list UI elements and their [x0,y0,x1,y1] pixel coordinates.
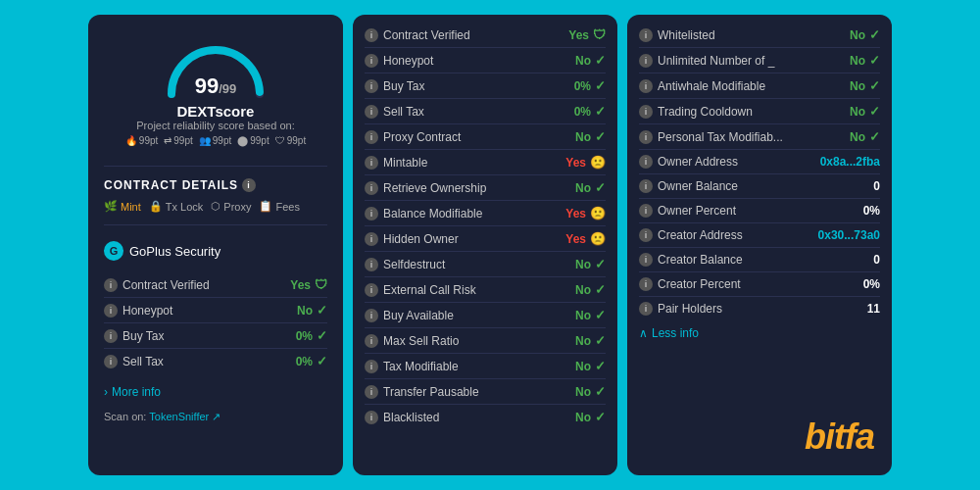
info-icon-0[interactable]: i [104,278,118,292]
info-icon-mid-3[interactable]: i [365,105,378,119]
mid-value-2: 0% ✓ [574,78,606,93]
middle-row-3: i Sell Tax 0% ✓ [365,99,606,124]
mid-label-13: i Tax Modifiable [365,360,459,373]
left-row-0: i Contract Verified Yes 🛡 [104,272,327,298]
mid-label-14: i Transfer Pausable [365,385,479,399]
right-value-1: No ✓ [850,53,880,68]
left-card: 99/99 DEXTscore Project reliability scor… [88,15,343,475]
mid-label-8: i Hidden Owner [365,232,459,246]
right-row-6: i Owner Balance 0 [639,174,880,199]
mid-value-13: No ✓ [575,359,606,373]
right-value-4: No ✓ [850,129,880,144]
scan-label: Scan on: [104,411,146,422]
info-icon-mid-8[interactable]: i [365,232,378,246]
tab-txlock[interactable]: 🔒 Tx Lock [149,200,204,213]
mid-val-text-9: No [575,258,591,271]
right-val-text-6: 0 [873,179,880,193]
info-icon-mid-10[interactable]: i [365,283,378,297]
info-icon-mid-5[interactable]: i [365,156,378,170]
right-label-8: i Creator Address [639,228,743,242]
less-info-label: Less info [652,326,699,340]
info-icon-right-2[interactable]: i [639,79,653,93]
left-val-text-0: Yes [290,278,311,292]
right-row-2: i Antiwhale Modifiable No ✓ [639,74,880,99]
info-icon-right-11[interactable]: i [639,302,653,316]
info-icon-right-6[interactable]: i [639,179,653,193]
info-icon-right-9[interactable]: i [639,253,653,267]
info-icon-mid-6[interactable]: i [365,181,378,195]
badge-circle: ⬤ 99pt [237,135,269,146]
info-icon-mid-0[interactable]: i [365,28,378,42]
right-card: i Whitelisted No ✓ i Unlimited Number of… [627,15,892,475]
divider-2 [104,224,327,225]
goplus-icon: G [104,241,123,261]
badge-flame-value: 99pt [139,135,158,146]
info-icon-contract[interactable]: i [242,178,256,192]
info-icon-mid-7[interactable]: i [365,207,378,220]
contract-tabs: 🌿 Mint 🔒 Tx Lock ⬡ Proxy 📋 Fees [104,200,327,213]
info-icon-1[interactable]: i [104,304,118,318]
mid-val-text-6: No [575,181,591,195]
left-label-text-0: Contract Verified [122,278,210,292]
info-icon-mid-1[interactable]: i [365,54,378,68]
right-row-0: i Whitelisted No ✓ [639,23,880,48]
tab-fees[interactable]: 📋 Fees [259,200,299,213]
check-icon: ✓ [595,410,606,424]
check-icon: ✓ [595,282,606,297]
info-icon-right-3[interactable]: i [639,105,653,119]
left-row-3: i Sell Tax 0% ✓ [104,349,327,373]
tab-mint[interactable]: 🌿 Mint [104,200,141,213]
info-icon-right-10[interactable]: i [639,277,653,291]
right-value-0: No ✓ [850,27,880,42]
mid-label-0: i Contract Verified [365,28,470,42]
scan-row: Scan on: TokenSniffer ↗ [104,411,327,423]
right-value-11: 11 [867,302,880,316]
info-icon-mid-13[interactable]: i [365,360,378,373]
info-icon-mid-11[interactable]: i [365,309,378,322]
check-icon: ✓ [595,53,606,68]
info-icon-right-1[interactable]: i [639,54,653,68]
tab-proxy[interactable]: ⬡ Proxy [211,200,251,213]
info-icon-right-4[interactable]: i [639,130,653,144]
scan-link-text: TokenSniffer [149,411,209,422]
right-label-text-4: Personal Tax Modifiab... [658,130,783,144]
mid-value-0: Yes 🛡 [568,27,606,42]
middle-row-5: i Mintable Yes 🙁 [365,150,606,175]
tokensniffer-link[interactable]: TokenSniffer ↗ [149,411,220,422]
right-row-3: i Trading Cooldown No ✓ [639,99,880,124]
info-icon-mid-15[interactable]: i [365,411,378,424]
right-row-4: i Personal Tax Modifiab... No ✓ [639,124,880,150]
info-icon-2[interactable]: i [104,329,118,343]
right-val-text-3: No [850,105,865,119]
right-row-9: i Creator Balance 0 [639,248,880,272]
middle-row-2: i Buy Tax 0% ✓ [365,74,606,99]
info-icon-3[interactable]: i [104,355,118,368]
info-icon-right-7[interactable]: i [639,204,653,218]
info-icon-mid-14[interactable]: i [365,385,378,399]
right-val-text-0: No [850,28,865,42]
badge-arrows: ⇄ 99pt [164,135,192,146]
mid-label-6: i Retrieve Ownership [365,181,486,195]
info-icon-mid-4[interactable]: i [365,130,378,144]
info-icon-right-0[interactable]: i [639,28,653,42]
right-value-6: 0 [873,179,880,193]
info-icon-mid-9[interactable]: i [365,258,378,271]
left-row-label-2: i Buy Tax [104,329,164,343]
info-icon-right-5[interactable]: i [639,155,653,169]
middle-row-15: i Blacklisted No ✓ [365,405,606,429]
tab-fees-label: Fees [275,201,299,213]
right-label-0: i Whitelisted [639,28,715,42]
right-label-6: i Owner Balance [639,179,738,193]
mid-label-11: i Buy Available [365,309,454,322]
info-icon-mid-12[interactable]: i [365,334,378,348]
info-icon-mid-2[interactable]: i [365,79,378,93]
right-value-3: No ✓ [850,104,880,119]
less-info-row[interactable]: ∧ Less info [639,320,880,346]
left-val-text-1: No [297,304,313,318]
right-rows: i Whitelisted No ✓ i Unlimited Number of… [639,23,880,320]
mid-label-text-14: Transfer Pausable [383,385,479,399]
more-info-row[interactable]: › More info [104,385,327,399]
mid-val-text-7: Yes [565,207,586,220]
score-out-of: /99 [219,81,236,96]
info-icon-right-8[interactable]: i [639,228,653,242]
